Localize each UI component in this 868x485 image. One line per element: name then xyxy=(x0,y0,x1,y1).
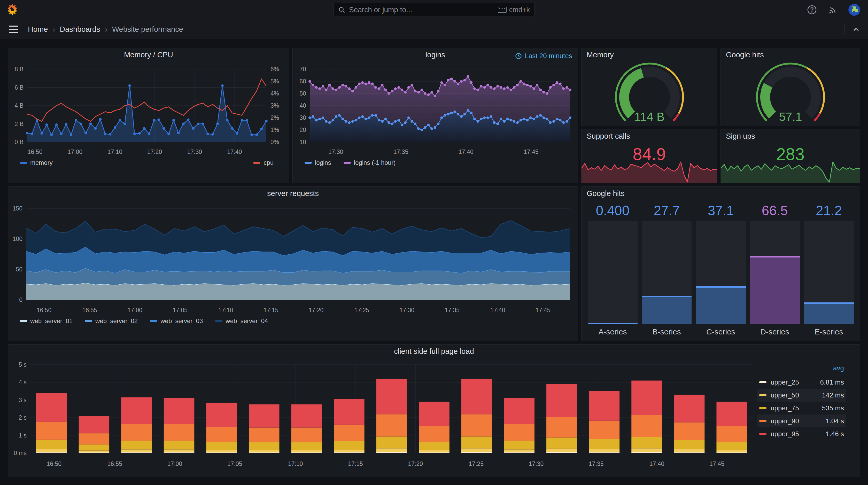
svg-text:3 s: 3 s xyxy=(19,397,27,403)
legend-swatch xyxy=(759,381,767,383)
legend-column-header[interactable]: avg xyxy=(757,364,846,376)
svg-text:50: 50 xyxy=(16,266,23,273)
legend-item-web-server-04[interactable]: web_server_04 xyxy=(215,317,268,325)
svg-text:150: 150 xyxy=(13,205,23,212)
legend: memory cpu xyxy=(8,158,289,166)
panel-title[interactable]: client side full page load xyxy=(8,345,860,358)
legend: web_server_01 web_server_02 web_server_0… xyxy=(8,316,578,325)
legend-item-upper-90[interactable]: upper_90 1.04 s xyxy=(757,415,846,427)
legend-label: web_server_01 xyxy=(30,317,72,325)
shortcut-label: cmd+k xyxy=(509,6,530,14)
bar-gauge-value: 21.2 xyxy=(804,203,854,221)
legend-value: 1.04 s xyxy=(826,417,844,425)
svg-text:17:35: 17:35 xyxy=(394,149,408,155)
breadcrumb-dashboards[interactable]: Dashboards xyxy=(60,25,100,34)
top-bar: cmd+k xyxy=(0,0,868,20)
svg-text:17:45: 17:45 xyxy=(535,307,551,314)
svg-text:17:45: 17:45 xyxy=(524,149,538,155)
panel-title[interactable]: Memory xyxy=(582,48,717,61)
legend-value: 1.46 s xyxy=(826,430,844,438)
legend-item-logins[interactable]: logins xyxy=(305,159,331,166)
svg-text:50: 50 xyxy=(300,90,306,97)
svg-text:10: 10 xyxy=(300,139,306,146)
legend-item-upper-75[interactable]: upper_75 535 ms xyxy=(757,401,846,415)
memory-gauge: 114 B xyxy=(603,61,696,123)
svg-text:17:25: 17:25 xyxy=(354,307,369,314)
svg-text:16:55: 16:55 xyxy=(107,460,122,467)
server-requests-chart: 15010050016:5016:5517:0017:0517:1017:151… xyxy=(8,200,578,316)
user-avatar[interactable] xyxy=(848,4,860,16)
legend-item-memory[interactable]: memory xyxy=(20,159,53,166)
breadcrumb-home[interactable]: Home xyxy=(28,25,48,34)
grafana-logo-icon[interactable] xyxy=(6,4,19,16)
panel-title[interactable]: Sign ups xyxy=(721,129,860,143)
legend-swatch xyxy=(305,162,312,164)
svg-text:30: 30 xyxy=(300,115,306,121)
svg-text:17:00: 17:00 xyxy=(127,307,142,314)
legend-label: logins (-1 hour) xyxy=(354,159,396,166)
panel-title[interactable]: Google hits xyxy=(721,48,860,61)
legend-item-web-server-03[interactable]: web_server_03 xyxy=(150,317,203,325)
bar-gauge-value: 66.5 xyxy=(750,203,800,221)
news-rss-icon[interactable] xyxy=(828,5,838,15)
bar-gauge-column: 21.2E-series xyxy=(804,203,854,338)
search-input[interactable] xyxy=(349,6,494,14)
legend-item-web-server-01[interactable]: web_server_01 xyxy=(20,317,72,325)
legend-label: memory xyxy=(30,159,53,166)
legend-label: upper_75 xyxy=(771,404,822,412)
legend-label: web_server_04 xyxy=(225,317,268,325)
legend-item-upper-25[interactable]: upper_25 6.81 ms xyxy=(757,376,846,389)
legend-label: cpu xyxy=(264,159,274,166)
bar-gauge-track xyxy=(804,221,854,324)
panel-title[interactable]: Support calls xyxy=(582,129,717,143)
svg-text:20: 20 xyxy=(300,127,306,133)
svg-text:2%: 2% xyxy=(271,115,279,121)
svg-text:17:30: 17:30 xyxy=(187,149,202,155)
svg-text:1 s: 1 s xyxy=(19,432,27,439)
time-range-label: Last 20 minutes xyxy=(525,52,572,60)
bar-gauge-category-label: E-series xyxy=(804,324,854,338)
breadcrumb-separator: › xyxy=(105,25,107,34)
legend-item-upper-50[interactable]: upper_50 142 ms xyxy=(757,389,846,401)
svg-text:17:30: 17:30 xyxy=(328,149,343,155)
panel-sign-ups: Sign ups 283 xyxy=(720,129,860,183)
legend-swatch xyxy=(344,162,351,164)
svg-text:16:50: 16:50 xyxy=(47,460,62,467)
panel-google-hits-gauge: Google hits 57.1 xyxy=(720,48,860,126)
legend-item-cpu[interactable]: cpu xyxy=(253,159,274,166)
breadcrumb-current: Website performance xyxy=(112,25,183,34)
search-bar[interactable]: cmd+k xyxy=(333,3,535,17)
menu-toggle-icon[interactable] xyxy=(9,26,18,33)
legend-swatch xyxy=(759,420,767,422)
panel-title[interactable]: Google hits xyxy=(582,187,860,200)
legend-item-web-server-02[interactable]: web_server_02 xyxy=(85,317,138,325)
time-range-chip[interactable]: Last 20 minutes xyxy=(515,52,572,60)
legend-item-upper-95[interactable]: upper_95 1.46 s xyxy=(757,427,846,440)
svg-text:6 B: 6 B xyxy=(14,84,24,91)
panel-server-requests: server requests 15010050016:5016:5517:00… xyxy=(8,187,578,341)
svg-text:40: 40 xyxy=(300,102,306,109)
bar-gauge-category-label: A-series xyxy=(588,324,638,338)
svg-text:17:30: 17:30 xyxy=(399,307,414,314)
legend-swatch xyxy=(20,320,27,322)
legend-label: web_server_02 xyxy=(95,317,138,325)
svg-text:17:05: 17:05 xyxy=(227,460,242,467)
svg-text:3%: 3% xyxy=(271,102,279,109)
legend-item-logins-prev[interactable]: logins (-1 hour) xyxy=(344,159,396,166)
chevron-up-icon[interactable] xyxy=(851,25,861,34)
panel-title[interactable]: server requests xyxy=(8,187,578,200)
legend-label: upper_50 xyxy=(771,391,822,399)
page-load-legend: avg upper_25 6.81 ms upper_50 142 ms upp… xyxy=(757,358,853,470)
svg-text:100: 100 xyxy=(13,235,23,242)
panel-title[interactable]: Memory / CPU xyxy=(8,48,289,61)
google-hits-gauge: 57.1 xyxy=(744,61,837,123)
bar-gauge-category-label: D-series xyxy=(750,324,800,338)
bar-gauge-track xyxy=(750,221,800,324)
panel-logins: logins Last 20 minutes 7060504030201017:… xyxy=(292,48,578,183)
keyboard-icon xyxy=(498,7,506,13)
help-icon[interactable] xyxy=(807,5,817,15)
search-icon xyxy=(338,6,345,13)
breadcrumb-separator: › xyxy=(53,25,55,34)
svg-text:4 B: 4 B xyxy=(14,102,24,109)
svg-text:17:10: 17:10 xyxy=(288,460,303,467)
